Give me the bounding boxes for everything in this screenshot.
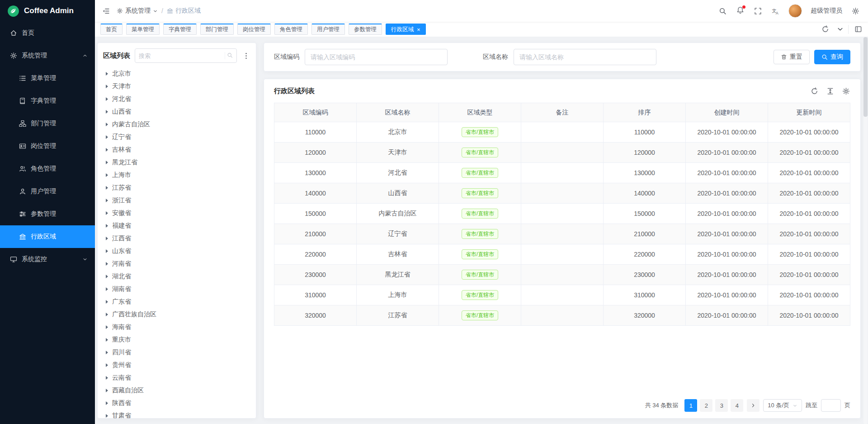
username[interactable]: 超级管理员 — [811, 7, 842, 15]
table-row[interactable]: 140000 山西省 省市/直辖市 140000 2020-10-01 00:0… — [274, 183, 850, 204]
tree-node[interactable]: 广东省 — [103, 295, 250, 308]
region-name-input[interactable] — [514, 49, 656, 65]
table-row[interactable]: 150000 内蒙古自治区 省市/直辖市 150000 2020-10-01 0… — [274, 204, 850, 224]
page-button[interactable]: 3 — [715, 399, 728, 412]
search-icon[interactable] — [718, 6, 727, 15]
column-header[interactable]: 排序 — [604, 103, 686, 122]
tree-node[interactable]: 云南省 — [103, 372, 250, 384]
table-row[interactable]: 110000 北京市 省市/直辖市 110000 2020-10-01 00:0… — [274, 122, 850, 143]
tab[interactable]: 角色管理 — [274, 24, 308, 35]
sidebar-item[interactable]: 角色管理 — [0, 157, 95, 180]
tab[interactable]: 参数管理 — [349, 24, 382, 35]
page-button[interactable]: 1 — [684, 399, 697, 412]
page-button[interactable]: 2 — [700, 399, 712, 412]
table-row[interactable]: 220000 吉林省 省市/直辖市 220000 2020-10-01 00:0… — [274, 244, 850, 265]
tab[interactable]: 部门管理 — [200, 24, 234, 35]
dots-vertical-icon[interactable] — [241, 51, 250, 60]
column-header[interactable]: 创建时间 — [686, 103, 768, 122]
tree-node[interactable]: 吉林省 — [103, 143, 250, 156]
tree-node[interactable]: 陕西省 — [103, 397, 250, 410]
sidebar-collapse-icon[interactable] — [101, 6, 110, 15]
table-row[interactable]: 230000 黑龙江省 省市/直辖市 230000 2020-10-01 00:… — [274, 265, 850, 285]
breadcrumb-section[interactable]: 系统管理 — [117, 7, 158, 15]
tree-node[interactable]: 河北省 — [103, 93, 250, 105]
tab[interactable]: 用户管理 — [311, 24, 345, 35]
tab[interactable]: 岗位管理 — [237, 24, 271, 35]
region-code-input[interactable] — [305, 49, 448, 65]
tab[interactable]: 首页 — [100, 24, 123, 35]
tree-node[interactable]: 湖北省 — [103, 270, 250, 283]
tree-node[interactable]: 四川省 — [103, 346, 250, 359]
column-header[interactable]: 区域名称 — [357, 103, 439, 122]
column-header[interactable]: 区域编码 — [274, 103, 357, 122]
tree-node[interactable]: 甘肃省 — [103, 410, 250, 418]
tree-node[interactable]: 江苏省 — [103, 181, 250, 194]
column-header[interactable]: 区域类型 — [439, 103, 521, 122]
tree-node[interactable]: 山西省 — [103, 105, 250, 118]
reset-button[interactable]: 重置 — [774, 50, 810, 64]
bell-button[interactable] — [736, 6, 745, 15]
close-icon[interactable]: × — [417, 27, 420, 33]
column-header[interactable]: 更新时间 — [768, 103, 850, 122]
tab[interactable]: 行政区域 × — [386, 24, 426, 35]
refresh-icon[interactable] — [821, 25, 830, 34]
tree-node[interactable]: 重庆市 — [103, 333, 250, 346]
jump-page-input[interactable] — [821, 399, 841, 412]
scrollbar-thumb[interactable] — [863, 37, 868, 117]
table-row[interactable]: 320000 江苏省 省市/直辖市 320000 2020-10-01 00:0… — [274, 305, 850, 326]
sidebar-item[interactable]: 岗位管理 — [0, 135, 95, 157]
table-row[interactable]: 120000 天津市 省市/直辖市 120000 2020-10-01 00:0… — [274, 143, 850, 163]
tree-node[interactable]: 江西省 — [103, 232, 250, 245]
cell-created-time: 2020-10-01 00:00:00 — [686, 204, 768, 224]
chevron-down-icon[interactable] — [835, 25, 844, 34]
tree-node[interactable]: 广西壮族自治区 — [103, 308, 250, 321]
tree-node[interactable]: 山东省 — [103, 245, 250, 257]
tree-node[interactable]: 贵州省 — [103, 359, 250, 372]
fullscreen-icon[interactable] — [753, 6, 762, 15]
refresh-icon[interactable] — [810, 86, 819, 95]
sidebar-group-system[interactable]: 系统管理 — [0, 44, 95, 67]
sidebar-item-home[interactable]: 首页 — [0, 22, 95, 44]
sidebar-group-monitor[interactable]: 系统监控 — [0, 248, 95, 271]
sidebar-item[interactable]: 字典管理 — [0, 90, 95, 112]
tree-node[interactable]: 湖南省 — [103, 283, 250, 295]
next-page-button[interactable] — [747, 399, 760, 412]
sidebar-item[interactable]: 部门管理 — [0, 112, 95, 135]
gear-icon[interactable] — [841, 86, 850, 95]
tree-search-input[interactable] — [139, 52, 225, 59]
sidebar-item[interactable]: 用户管理 — [0, 180, 95, 203]
sidebar-item[interactable]: 菜单管理 — [0, 67, 95, 90]
table-row[interactable]: 210000 辽宁省 省市/直辖市 210000 2020-10-01 00:0… — [274, 224, 850, 244]
settings-gear-icon[interactable] — [851, 6, 860, 15]
table-row[interactable]: 130000 河北省 省市/直辖市 130000 2020-10-01 00:0… — [274, 163, 850, 183]
tree-node[interactable]: 河南省 — [103, 257, 250, 270]
avatar[interactable] — [788, 4, 802, 18]
tree-node[interactable]: 内蒙古自治区 — [103, 118, 250, 131]
sidebar-item[interactable]: 参数管理 — [0, 203, 95, 225]
tree-node[interactable]: 上海市 — [103, 169, 250, 181]
logo[interactable]: Coffee Admin — [0, 0, 95, 22]
tab[interactable]: 字典管理 — [163, 24, 197, 35]
tree-node[interactable]: 福建省 — [103, 219, 250, 232]
column-header[interactable]: 备注 — [521, 103, 604, 122]
page-size-select[interactable]: 10 条/页 — [763, 399, 802, 412]
search-button[interactable]: 查询 — [814, 50, 850, 64]
sidebar-item[interactable]: 行政区域 — [0, 225, 95, 248]
tree-node[interactable]: 海南省 — [103, 321, 250, 333]
tree-node[interactable]: 安徽省 — [103, 207, 250, 219]
tree-node[interactable]: 辽宁省 — [103, 131, 250, 143]
table-row[interactable]: 310000 上海市 省市/直辖市 310000 2020-10-01 00:0… — [274, 285, 850, 305]
tree-node[interactable]: 天津市 — [103, 80, 250, 93]
expand-layout-icon[interactable] — [854, 25, 863, 34]
tree-node[interactable]: 北京市 — [103, 67, 250, 80]
tree-node[interactable]: 西藏自治区 — [103, 384, 250, 397]
cell-created-time: 2020-10-01 00:00:00 — [686, 122, 768, 143]
tab[interactable]: 菜单管理 — [126, 24, 160, 35]
translate-icon[interactable]: 文A — [771, 6, 780, 15]
column-height-icon[interactable] — [826, 86, 835, 95]
page-button[interactable]: 4 — [731, 399, 743, 412]
tree-node[interactable]: 黑龙江省 — [103, 156, 250, 169]
search-icon[interactable] — [225, 52, 233, 59]
tree-node[interactable]: 浙江省 — [103, 194, 250, 207]
cell-region-code: 110000 — [274, 122, 357, 143]
